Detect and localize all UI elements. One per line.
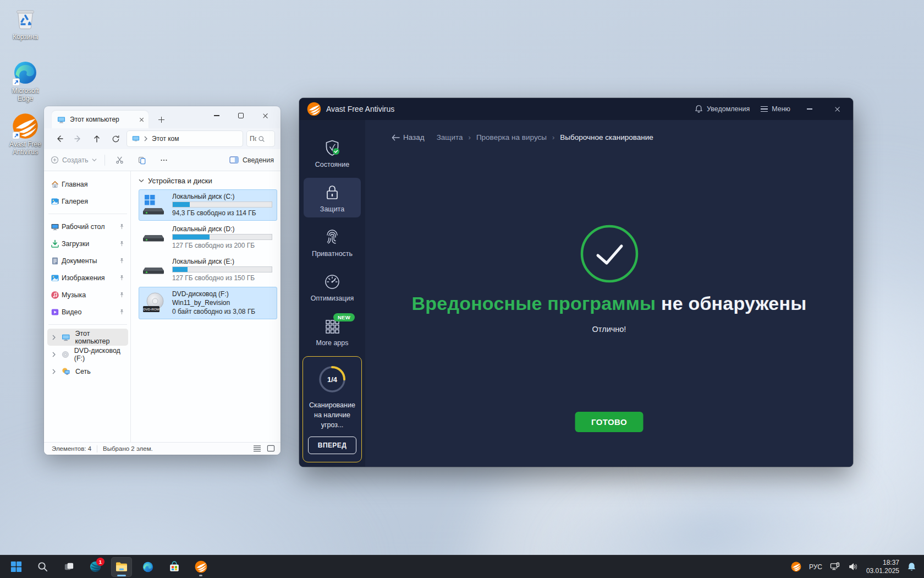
forward-button[interactable] bbox=[70, 131, 86, 146]
search-placeholder: Поиск bbox=[250, 135, 256, 143]
desktop-icon-edge[interactable]: Microsoft Edge bbox=[4, 59, 46, 103]
drive-free-space: 94,3 ГБ свободно из 114 ГБ bbox=[172, 209, 272, 217]
desktop: Корзина Microsoft Edge bbox=[0, 0, 924, 578]
section-devices-and-drives[interactable]: Устройства и диски bbox=[139, 177, 277, 185]
create-button[interactable]: Создать bbox=[51, 156, 97, 164]
explorer-window: Этот компьютер Этот ком Поиск bbox=[44, 106, 280, 455]
drive-f-dvd-row[interactable]: DVD-ROM DVD-дисковод (F:) Win11_by_Revis… bbox=[139, 287, 277, 319]
drive-e-row[interactable]: Локальный диск (E:) 127 ГБ свободно из 1… bbox=[139, 254, 277, 286]
nav-item-status[interactable]: Состояние bbox=[304, 133, 361, 173]
tray-avast-icon[interactable] bbox=[791, 561, 801, 572]
back-link[interactable]: Назад bbox=[392, 133, 425, 141]
sidebar-item-this-pc[interactable]: Этот компьютер bbox=[47, 329, 128, 346]
dvd-icon bbox=[62, 350, 69, 359]
desktop-icon-avast[interactable]: Avast Free Antivirus bbox=[4, 113, 46, 156]
network-icon bbox=[62, 367, 70, 376]
notification-bell-icon[interactable] bbox=[907, 562, 916, 572]
gallery-icon bbox=[51, 197, 59, 206]
chevron-right-icon[interactable] bbox=[52, 335, 56, 340]
this-pc-icon bbox=[57, 116, 65, 124]
nav-item-privacy[interactable]: Приватность bbox=[304, 222, 361, 262]
sidebar-label: Загрузки bbox=[62, 240, 89, 248]
maximize-button[interactable] bbox=[229, 107, 253, 124]
microsoft-store-icon bbox=[168, 561, 180, 573]
search-box[interactable]: Поиск bbox=[246, 130, 275, 147]
sidebar-item-home[interactable]: Главная bbox=[47, 176, 128, 193]
home-icon bbox=[51, 180, 59, 189]
breadcrumb-item[interactable]: Проверка на вирусы bbox=[476, 133, 547, 141]
downloads-icon bbox=[51, 239, 59, 248]
taskbar: 1 РУС bbox=[0, 555, 924, 578]
sidebar-item-desktop[interactable]: Рабочий стол bbox=[47, 218, 128, 235]
taskbar-edge-button[interactable] bbox=[138, 557, 158, 577]
sidebar-item-downloads[interactable]: Загрузки bbox=[47, 235, 128, 252]
desktop-icon-recycle-bin[interactable]: Корзина bbox=[4, 6, 46, 41]
details-button[interactable]: Сведения bbox=[229, 156, 274, 164]
copy-button[interactable] bbox=[135, 153, 149, 167]
sidebar-item-music[interactable]: Музыка bbox=[47, 286, 128, 303]
back-button[interactable] bbox=[52, 131, 67, 146]
notification-badge: 1 bbox=[96, 558, 105, 566]
secure-browser-button[interactable]: 1 bbox=[85, 557, 106, 577]
notifications-button[interactable]: Уведомления bbox=[695, 105, 750, 113]
nav-item-more-apps[interactable]: NEW More apps bbox=[304, 312, 361, 351]
cut-button[interactable] bbox=[113, 153, 127, 167]
sidebar-item-dvd-drive[interactable]: DVD-дисковод (F:) bbox=[47, 346, 128, 363]
language-indicator[interactable]: РУС bbox=[809, 563, 822, 571]
avast-minimize-button[interactable] bbox=[801, 101, 818, 117]
explorer-tab[interactable]: Этот компьютер bbox=[52, 111, 148, 128]
close-button[interactable] bbox=[253, 107, 277, 124]
taskbar-search-button[interactable] bbox=[32, 557, 53, 577]
chevron-right-icon bbox=[144, 136, 148, 141]
tab-close-icon[interactable] bbox=[139, 117, 144, 122]
refresh-button[interactable] bbox=[108, 131, 123, 146]
menu-button[interactable]: Меню bbox=[761, 105, 790, 113]
large-icons-view-button[interactable] bbox=[267, 445, 275, 453]
sidebar-item-videos[interactable]: Видео bbox=[47, 303, 128, 320]
chevron-right-icon: › bbox=[552, 133, 554, 141]
drive-e-icon bbox=[142, 258, 167, 282]
shortcut-arrow-icon bbox=[12, 78, 20, 86]
shield-check-icon bbox=[324, 139, 340, 157]
chevron-right-icon[interactable] bbox=[52, 352, 56, 357]
sidebar-item-pictures[interactable]: Изображения bbox=[47, 269, 128, 286]
list-view-button[interactable] bbox=[253, 445, 261, 453]
drive-capacity-fill bbox=[173, 235, 210, 239]
volume-icon[interactable] bbox=[848, 562, 859, 571]
network-icon[interactable] bbox=[830, 562, 840, 571]
minimize-button[interactable] bbox=[205, 107, 229, 124]
task-view-button[interactable] bbox=[58, 557, 79, 577]
new-tab-button[interactable] bbox=[154, 112, 168, 127]
taskbar-explorer-button[interactable] bbox=[111, 557, 132, 577]
sidebar-item-gallery[interactable]: Галерея bbox=[47, 193, 128, 210]
start-button[interactable] bbox=[6, 557, 26, 577]
explorer-tab-bar: Этот компьютер bbox=[44, 106, 280, 128]
drive-c-icon bbox=[142, 193, 167, 217]
taskbar-avast-button[interactable] bbox=[190, 557, 211, 577]
scan-progress-card[interactable]: 1/4 Сканирование на наличие угроз... ВПЕ… bbox=[302, 356, 362, 462]
nav-item-protection[interactable]: Защита bbox=[304, 178, 361, 217]
clock[interactable]: 18:37 03.01.2025 bbox=[866, 559, 899, 575]
bell-icon bbox=[695, 105, 703, 113]
sidebar-item-documents[interactable]: Документы bbox=[47, 252, 128, 269]
sidebar-label: Главная bbox=[62, 181, 88, 188]
drive-capacity-fill bbox=[173, 267, 188, 272]
address-bar[interactable]: Этот ком bbox=[127, 130, 243, 147]
chevron-right-icon[interactable] bbox=[52, 369, 56, 374]
breadcrumb-item[interactable]: Защита bbox=[437, 133, 463, 141]
sidebar-item-network[interactable]: Сеть bbox=[47, 363, 128, 380]
nav-item-performance[interactable]: Оптимизация bbox=[304, 267, 361, 307]
avast-close-button[interactable] bbox=[829, 101, 845, 117]
avast-logo-icon bbox=[307, 102, 321, 116]
done-button[interactable]: ГОТОВО bbox=[575, 412, 644, 432]
drive-c-row[interactable]: Локальный диск (C:) 94,3 ГБ свободно из … bbox=[139, 189, 277, 221]
taskbar-store-button[interactable] bbox=[164, 557, 185, 577]
desktop-icon-label: Avast Free Antivirus bbox=[4, 141, 46, 156]
forward-button[interactable]: ВПЕРЕД bbox=[308, 437, 356, 454]
up-button[interactable] bbox=[89, 131, 105, 146]
drive-d-row[interactable]: Локальный диск (D:) 127 ГБ свободно из 2… bbox=[139, 222, 277, 253]
explorer-file-list: Устройства и диски Локальный диск (C:) 9… bbox=[131, 171, 280, 442]
notifications-label: Уведомления bbox=[707, 105, 750, 113]
pin-icon bbox=[119, 223, 125, 230]
more-options-button[interactable] bbox=[157, 153, 171, 167]
